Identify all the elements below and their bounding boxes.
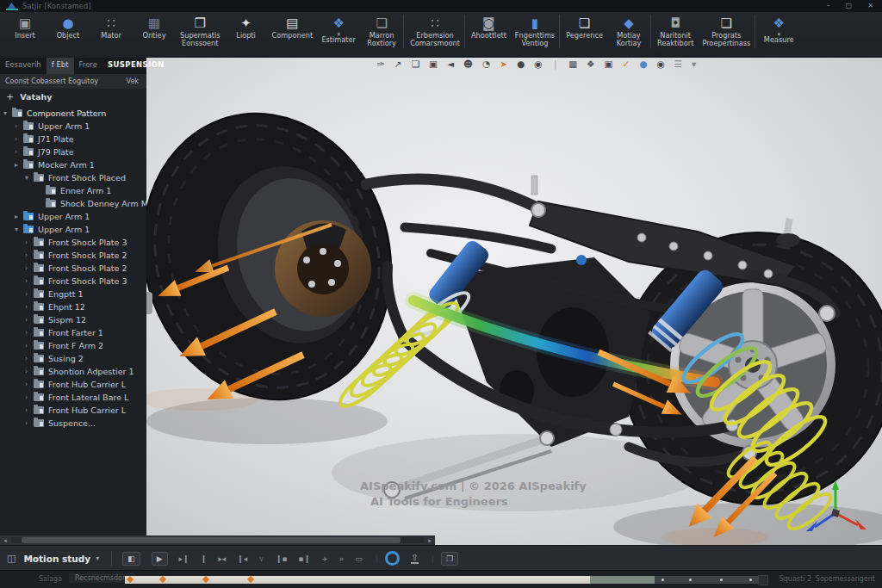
ribbon-button[interactable]: ❏ Marron Roxtiory: [360, 15, 404, 48]
tree-item[interactable]: ▾ Component Pattern: [0, 107, 146, 120]
ribbon-button[interactable]: ✦ Liopti: [225, 15, 268, 40]
ribbon-button[interactable]: ◆ Motiay Kortiay: [607, 15, 651, 48]
tree-item[interactable]: › Front Shock Plate 3: [0, 275, 146, 288]
motion-toolbar-button[interactable]: ◧: [122, 552, 140, 566]
tree-item[interactable]: › Front Shock Plate 2: [0, 249, 146, 262]
motion-toolbar-button[interactable]: »: [339, 554, 345, 563]
ribbon-button[interactable]: ● Object: [47, 15, 90, 40]
ribbon-button[interactable]: ❏ Prograts Proepertinass: [698, 15, 755, 48]
tree-item[interactable]: › Suspence...: [0, 417, 146, 430]
hud-icon[interactable]: ☰: [674, 59, 682, 69]
tree-item[interactable]: › J79 Plate: [0, 145, 146, 158]
motion-toolbar-button[interactable]: ❙▪: [276, 554, 288, 563]
hud-icon[interactable]: ✑: [377, 59, 385, 69]
panel-header-view-label[interactable]: Vek: [127, 77, 139, 85]
status-mini-button[interactable]: [758, 575, 768, 585]
hud-icon[interactable]: ↗: [394, 59, 402, 69]
motion-toolbar-button[interactable]: ▶: [152, 552, 168, 566]
scroll-left-icon[interactable]: ◂: [0, 537, 10, 544]
tree-item[interactable]: › Sispm 12: [0, 313, 146, 326]
motion-toolbar-button[interactable]: ⇧: [411, 554, 418, 564]
ribbon-button[interactable]: ◙ Ahoottlett: [467, 15, 511, 40]
tree-caret-icon[interactable]: ▸: [15, 213, 23, 220]
timeline-dot[interactable]: [720, 579, 723, 581]
ribbon-button[interactable]: ❖ ▾ Estimater: [317, 15, 360, 45]
ribbon-button[interactable]: ▦ Ontiey: [133, 15, 176, 40]
tree-item[interactable]: › Shontion Adpestier 1: [0, 365, 146, 378]
tree-caret-icon[interactable]: ›: [15, 135, 23, 143]
tree-caret-icon[interactable]: ›: [25, 342, 34, 350]
tree-caret-icon[interactable]: ›: [25, 303, 34, 311]
tree-caret-icon[interactable]: ›: [25, 316, 34, 324]
tree-caret-icon[interactable]: ›: [15, 148, 23, 156]
motion-toolbar-button[interactable]: +: [321, 554, 328, 563]
hud-icon[interactable]: ▾: [692, 59, 696, 69]
tree-item[interactable]: ▾ Upper Arm 1: [0, 223, 146, 236]
tree-item[interactable]: › Front Farter 1: [0, 326, 146, 339]
tree-caret-icon[interactable]: ›: [25, 290, 34, 298]
close-button[interactable]: ✕: [867, 0, 873, 12]
motion-toolbar-button[interactable]: ▭: [355, 554, 363, 563]
3d-viewport[interactable]: AISpeakify.com | © 2026 AISpeakify AI To…: [146, 55, 882, 545]
motion-timeline[interactable]: [125, 576, 760, 584]
tree-item[interactable]: › Susing 2: [0, 352, 146, 365]
tree-item[interactable]: › Front Hub Carrier L: [0, 378, 146, 391]
ribbon-button[interactable]: ❐ Supermatis Eonssoent: [176, 15, 225, 48]
tree-item[interactable]: › Front F Arm 2: [0, 339, 146, 352]
tree-item[interactable]: › Front Hub Carrier L: [0, 404, 146, 417]
motion-toolbar-button[interactable]: ▸❙: [179, 554, 189, 563]
tree-caret-icon[interactable]: ›: [25, 406, 34, 414]
tree-caret-icon[interactable]: ›: [25, 329, 34, 337]
hud-icon[interactable]: ❖: [587, 59, 594, 69]
hud-icon[interactable]: ◔: [482, 59, 490, 69]
tree-item[interactable]: › Front Shock Plate 2: [0, 262, 146, 275]
hud-icon[interactable]: ▣: [604, 59, 612, 69]
tree-caret-icon[interactable]: ›: [25, 264, 34, 272]
hud-icon[interactable]: ❏: [412, 59, 419, 69]
tree-caret-icon[interactable]: ›: [25, 419, 34, 427]
ribbon-button[interactable]: ∷ Mator: [90, 15, 133, 40]
tree-item[interactable]: › Upper Arm 1: [0, 120, 146, 133]
tree-caret-icon[interactable]: ▸: [15, 161, 23, 169]
maximize-button[interactable]: ▢: [846, 0, 853, 12]
motion-study-label[interactable]: Motion study: [23, 554, 90, 564]
motion-toolbar-button[interactable]: ❙◂: [237, 554, 247, 563]
tree-item[interactable]: Enner Arm 1: [0, 184, 146, 197]
hud-icon[interactable]: ●: [517, 59, 525, 69]
tree-caret-icon[interactable]: ›: [25, 238, 34, 246]
ribbon-button[interactable]: ▮ Fngenttims Ventiog: [511, 15, 560, 48]
tree-item[interactable]: › J71 Plate: [0, 133, 146, 145]
tree-item[interactable]: › Front Lateral Bare L: [0, 391, 146, 404]
motion-toolbar-button[interactable]: [385, 551, 400, 566]
hud-icon[interactable]: ◉: [656, 59, 664, 69]
tree-caret-icon[interactable]: ›: [25, 381, 34, 388]
motion-toolbar-button[interactable]: ❘: [374, 554, 381, 563]
motion-study-caret-icon[interactable]: ▾: [96, 554, 99, 562]
scrollbar-thumb[interactable]: [22, 537, 401, 543]
tree-item[interactable]: › Engptt 1: [0, 288, 146, 300]
hud-icon[interactable]: ▣: [429, 59, 438, 69]
tree-caret-icon[interactable]: ›: [25, 393, 34, 401]
tree-item[interactable]: ▾ Front Shock Placed: [0, 171, 146, 184]
hud-icon[interactable]: ☻: [463, 59, 473, 69]
tree-item[interactable]: › Front Shock Plate 3: [0, 236, 146, 249]
tree-item[interactable]: ▸ Upper Arm 1: [0, 210, 146, 223]
hud-icon[interactable]: ✓: [622, 59, 630, 69]
ribbon-button[interactable]: ▣ Insert: [3, 15, 47, 40]
timeline-dot[interactable]: [662, 579, 664, 581]
document-tab[interactable]: Frere: [74, 55, 102, 74]
tree-caret-icon[interactable]: ▾: [3, 109, 12, 117]
document-tab[interactable]: f Ebt: [47, 55, 74, 74]
timeline-dot[interactable]: [689, 579, 692, 581]
ribbon-button[interactable]: ∷ Erbemsion Comarsmoont: [406, 15, 465, 48]
tree-item[interactable]: ▸ Mocker Arm 1: [0, 158, 146, 171]
hud-icon[interactable]: ❘: [551, 59, 559, 69]
tree-caret-icon[interactable]: ›: [25, 368, 34, 375]
hud-icon[interactable]: ▦: [568, 59, 577, 69]
timeline-dot[interactable]: [749, 579, 752, 581]
tree-caret-icon[interactable]: ▾: [15, 226, 23, 233]
hud-icon[interactable]: ●: [639, 59, 647, 69]
panel-collapse-handle[interactable]: [146, 292, 152, 314]
ribbon-button[interactable]: ◘ Naritonit Reaktibort: [653, 15, 698, 48]
scroll-right-icon[interactable]: ▸: [425, 537, 435, 544]
